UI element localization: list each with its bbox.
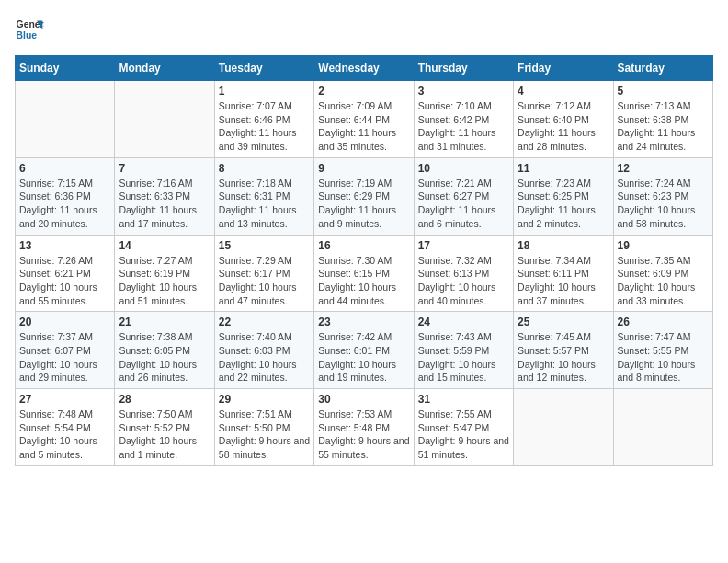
page-header: General Blue xyxy=(15,15,713,44)
day-info: Sunrise: 7:19 AM Sunset: 6:29 PM Dayligh… xyxy=(318,177,409,231)
day-info: Sunrise: 7:09 AM Sunset: 6:44 PM Dayligh… xyxy=(318,99,409,154)
day-info: Sunrise: 7:40 AM Sunset: 6:03 PM Dayligh… xyxy=(219,330,310,385)
day-info: Sunrise: 7:30 AM Sunset: 6:15 PM Dayligh… xyxy=(318,254,409,308)
day-number: 1 xyxy=(219,85,310,98)
day-info: Sunrise: 7:37 AM Sunset: 6:07 PM Dayligh… xyxy=(19,330,110,385)
day-number: 21 xyxy=(119,316,210,328)
calendar-cell: 15Sunrise: 7:29 AM Sunset: 6:17 PM Dayli… xyxy=(214,235,313,312)
day-number: 25 xyxy=(518,316,609,328)
calendar-cell: 3Sunrise: 7:10 AM Sunset: 6:42 PM Daylig… xyxy=(414,81,513,158)
calendar-cell: 12Sunrise: 7:24 AM Sunset: 6:23 PM Dayli… xyxy=(613,157,712,235)
day-number: 2 xyxy=(318,85,409,98)
day-info: Sunrise: 7:47 AM Sunset: 5:55 PM Dayligh… xyxy=(618,330,709,385)
day-info: Sunrise: 7:50 AM Sunset: 5:52 PM Dayligh… xyxy=(119,408,210,462)
day-number: 20 xyxy=(19,316,110,328)
day-info: Sunrise: 7:24 AM Sunset: 6:23 PM Dayligh… xyxy=(618,177,709,231)
logo: General Blue xyxy=(15,15,44,44)
calendar-cell: 4Sunrise: 7:12 AM Sunset: 6:40 PM Daylig… xyxy=(514,81,613,158)
calendar-cell: 24Sunrise: 7:43 AM Sunset: 5:59 PM Dayli… xyxy=(414,312,513,389)
day-number: 17 xyxy=(418,239,509,252)
day-info: Sunrise: 7:32 AM Sunset: 6:13 PM Dayligh… xyxy=(418,254,509,308)
calendar-cell: 18Sunrise: 7:34 AM Sunset: 6:11 PM Dayli… xyxy=(514,235,613,312)
day-info: Sunrise: 7:21 AM Sunset: 6:27 PM Dayligh… xyxy=(418,177,509,231)
calendar-cell: 25Sunrise: 7:45 AM Sunset: 5:57 PM Dayli… xyxy=(514,312,613,389)
day-number: 19 xyxy=(618,239,709,252)
calendar-cell: 2Sunrise: 7:09 AM Sunset: 6:44 PM Daylig… xyxy=(314,81,414,158)
calendar-cell: 7Sunrise: 7:16 AM Sunset: 6:33 PM Daylig… xyxy=(115,157,214,235)
calendar-cell: 31Sunrise: 7:55 AM Sunset: 5:47 PM Dayli… xyxy=(414,389,513,466)
day-number: 14 xyxy=(119,239,210,252)
weekday-header-sunday: Sunday xyxy=(16,56,115,81)
weekday-header-row: SundayMondayTuesdayWednesdayThursdayFrid… xyxy=(16,56,713,81)
day-number: 24 xyxy=(418,316,509,328)
day-number: 22 xyxy=(219,316,310,328)
calendar-cell: 30Sunrise: 7:53 AM Sunset: 5:48 PM Dayli… xyxy=(314,389,414,466)
day-number: 27 xyxy=(19,393,110,406)
calendar-cell: 28Sunrise: 7:50 AM Sunset: 5:52 PM Dayli… xyxy=(115,389,214,466)
day-info: Sunrise: 7:26 AM Sunset: 6:21 PM Dayligh… xyxy=(19,254,110,308)
day-number: 5 xyxy=(618,85,709,98)
day-info: Sunrise: 7:34 AM Sunset: 6:11 PM Dayligh… xyxy=(518,254,609,308)
day-number: 11 xyxy=(518,162,609,175)
calendar-cell: 5Sunrise: 7:13 AM Sunset: 6:38 PM Daylig… xyxy=(613,81,712,158)
day-number: 23 xyxy=(318,316,409,328)
day-info: Sunrise: 7:15 AM Sunset: 6:36 PM Dayligh… xyxy=(19,177,110,231)
calendar-cell xyxy=(613,389,712,466)
day-info: Sunrise: 7:51 AM Sunset: 5:50 PM Dayligh… xyxy=(219,408,310,462)
calendar-cell: 23Sunrise: 7:42 AM Sunset: 6:01 PM Dayli… xyxy=(314,312,414,389)
day-info: Sunrise: 7:07 AM Sunset: 6:46 PM Dayligh… xyxy=(219,99,310,154)
week-row-2: 6Sunrise: 7:15 AM Sunset: 6:36 PM Daylig… xyxy=(16,157,713,235)
weekday-header-monday: Monday xyxy=(115,56,214,81)
day-number: 26 xyxy=(618,316,709,328)
calendar-cell: 8Sunrise: 7:18 AM Sunset: 6:31 PM Daylig… xyxy=(214,157,313,235)
calendar-cell: 11Sunrise: 7:23 AM Sunset: 6:25 PM Dayli… xyxy=(514,157,613,235)
day-number: 7 xyxy=(119,162,210,175)
calendar-cell xyxy=(115,81,214,158)
weekday-header-wednesday: Wednesday xyxy=(314,56,414,81)
day-number: 16 xyxy=(318,239,409,252)
day-info: Sunrise: 7:29 AM Sunset: 6:17 PM Dayligh… xyxy=(219,254,310,308)
day-number: 4 xyxy=(518,85,609,98)
day-info: Sunrise: 7:55 AM Sunset: 5:47 PM Dayligh… xyxy=(418,408,509,462)
weekday-header-tuesday: Tuesday xyxy=(214,56,313,81)
week-row-4: 20Sunrise: 7:37 AM Sunset: 6:07 PM Dayli… xyxy=(16,312,713,389)
day-info: Sunrise: 7:48 AM Sunset: 5:54 PM Dayligh… xyxy=(19,408,110,462)
day-info: Sunrise: 7:10 AM Sunset: 6:42 PM Dayligh… xyxy=(418,99,509,154)
day-number: 10 xyxy=(418,162,509,175)
day-number: 18 xyxy=(518,239,609,252)
day-info: Sunrise: 7:23 AM Sunset: 6:25 PM Dayligh… xyxy=(518,177,609,231)
day-number: 8 xyxy=(219,162,310,175)
day-number: 31 xyxy=(418,393,509,406)
day-info: Sunrise: 7:12 AM Sunset: 6:40 PM Dayligh… xyxy=(518,99,609,154)
day-number: 6 xyxy=(19,162,110,175)
day-info: Sunrise: 7:18 AM Sunset: 6:31 PM Dayligh… xyxy=(219,177,310,231)
calendar-cell: 26Sunrise: 7:47 AM Sunset: 5:55 PM Dayli… xyxy=(613,312,712,389)
day-info: Sunrise: 7:53 AM Sunset: 5:48 PM Dayligh… xyxy=(318,408,409,462)
day-info: Sunrise: 7:42 AM Sunset: 6:01 PM Dayligh… xyxy=(318,330,409,385)
calendar-cell xyxy=(16,81,115,158)
day-number: 15 xyxy=(219,239,310,252)
calendar-cell: 10Sunrise: 7:21 AM Sunset: 6:27 PM Dayli… xyxy=(414,157,513,235)
day-info: Sunrise: 7:16 AM Sunset: 6:33 PM Dayligh… xyxy=(119,177,210,231)
calendar-cell: 27Sunrise: 7:48 AM Sunset: 5:54 PM Dayli… xyxy=(16,389,115,466)
week-row-3: 13Sunrise: 7:26 AM Sunset: 6:21 PM Dayli… xyxy=(16,235,713,312)
day-info: Sunrise: 7:27 AM Sunset: 6:19 PM Dayligh… xyxy=(119,254,210,308)
calendar-cell xyxy=(514,389,613,466)
calendar-cell: 16Sunrise: 7:30 AM Sunset: 6:15 PM Dayli… xyxy=(314,235,414,312)
calendar-cell: 22Sunrise: 7:40 AM Sunset: 6:03 PM Dayli… xyxy=(214,312,313,389)
week-row-5: 27Sunrise: 7:48 AM Sunset: 5:54 PM Dayli… xyxy=(16,389,713,466)
day-info: Sunrise: 7:38 AM Sunset: 6:05 PM Dayligh… xyxy=(119,330,210,385)
calendar-cell: 1Sunrise: 7:07 AM Sunset: 6:46 PM Daylig… xyxy=(214,81,313,158)
weekday-header-saturday: Saturday xyxy=(613,56,712,81)
day-info: Sunrise: 7:45 AM Sunset: 5:57 PM Dayligh… xyxy=(518,330,609,385)
calendar-cell: 20Sunrise: 7:37 AM Sunset: 6:07 PM Dayli… xyxy=(16,312,115,389)
weekday-header-friday: Friday xyxy=(514,56,613,81)
day-number: 28 xyxy=(119,393,210,406)
day-number: 30 xyxy=(318,393,409,406)
day-number: 3 xyxy=(418,85,509,98)
calendar-cell: 14Sunrise: 7:27 AM Sunset: 6:19 PM Dayli… xyxy=(115,235,214,312)
svg-text:Blue: Blue xyxy=(17,30,38,40)
weekday-header-thursday: Thursday xyxy=(414,56,513,81)
calendar-cell: 13Sunrise: 7:26 AM Sunset: 6:21 PM Dayli… xyxy=(16,235,115,312)
day-number: 12 xyxy=(618,162,709,175)
